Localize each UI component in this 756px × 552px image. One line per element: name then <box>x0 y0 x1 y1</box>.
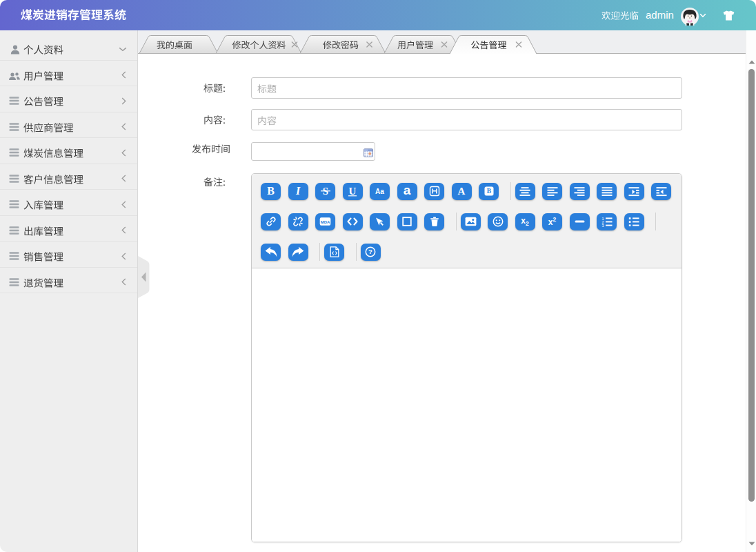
svg-text:MDA: MDA <box>321 220 330 224</box>
svg-text:U: U <box>349 186 357 197</box>
svg-text:?: ? <box>368 248 372 255</box>
svg-text:3: 3 <box>601 224 604 227</box>
svg-text:B: B <box>486 188 491 195</box>
